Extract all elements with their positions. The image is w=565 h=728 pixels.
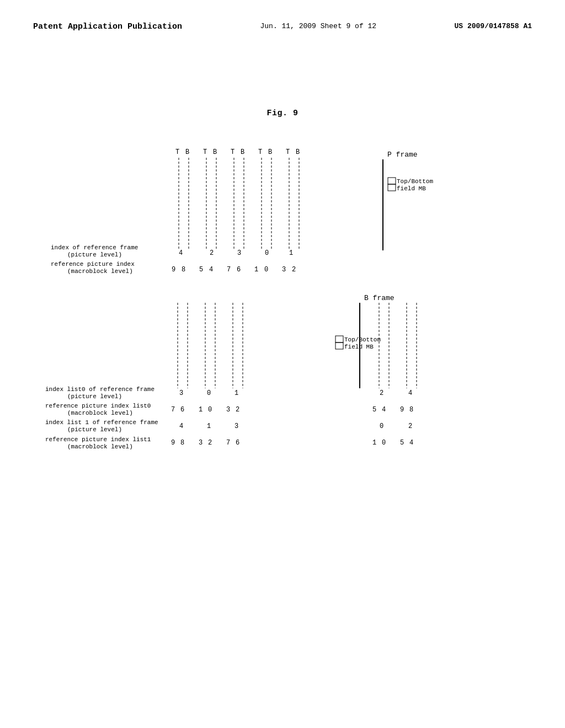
b-list1-1: 1: [207, 422, 211, 430]
p-ref-frame-label2: (picture level): [67, 251, 122, 258]
b-list1-0: 0: [380, 422, 383, 430]
b-mb-list1-3: 3: [199, 439, 202, 447]
b-list1-4: 4: [179, 422, 183, 430]
p-tb-B4: B: [268, 148, 272, 156]
p-legend-line1: Top/Bottom: [397, 178, 433, 185]
b-legend-line1: Top/Bottom: [344, 336, 381, 343]
p-legend-line2: field MB: [397, 185, 426, 192]
b-list0-4: 4: [408, 389, 412, 397]
p-tb-B1: B: [185, 148, 189, 156]
b-mb-list1-0: 0: [382, 439, 386, 447]
publication-info: Jun. 11, 2009 Sheet 9 of 12: [260, 22, 376, 30]
b-mb-list1-4: 4: [409, 439, 413, 447]
svg-rect-12: [388, 184, 396, 191]
p-ref-val-3: 3: [237, 249, 241, 257]
b-mb-list1-9: 9: [171, 439, 175, 447]
b-list1-frame-label2: (picture level): [67, 426, 122, 433]
b-mb-list0-5: 5: [372, 406, 376, 414]
b-list0-3: 3: [179, 389, 183, 397]
p-frame-label: P frame: [387, 151, 418, 159]
p-mb-1: 1: [254, 266, 258, 274]
p-mb-4: 4: [209, 266, 213, 274]
p-mb-7: 7: [227, 266, 231, 274]
b-mb-list0-7: 7: [171, 406, 175, 414]
p-macroblock-label1: reference picture index: [51, 261, 135, 267]
b-mb-list0-3: 3: [226, 406, 230, 414]
p-macroblock-label2: (macroblock level): [67, 268, 133, 275]
p-ref-val-0: 0: [265, 249, 269, 257]
p-tb-T2: T: [203, 148, 207, 156]
b-mb-list0-0: 0: [208, 406, 212, 414]
b-list1-3: 3: [234, 422, 238, 430]
b-macroblock-list1-label2: (macroblock level): [67, 443, 133, 450]
b-list0-frame-label1: index list0 of reference frame: [45, 386, 154, 393]
svg-rect-25: [335, 342, 343, 349]
b-mb-list0-1: 1: [199, 406, 202, 414]
b-list1-frame-label1: index list 1 of reference frame: [45, 419, 158, 426]
b-list0-2: 2: [380, 389, 383, 397]
b-list0-0: 0: [207, 389, 211, 397]
p-mb-9: 9: [172, 266, 175, 274]
diagram-area: P frame T B T B T B T B T B Top/B: [0, 129, 565, 537]
b-mb-list1-8: 8: [180, 439, 184, 447]
b-macroblock-list0-label1: reference picture index list0: [45, 403, 151, 409]
b-mb-list0-9: 9: [400, 406, 404, 414]
p-tb-T5: T: [286, 148, 290, 156]
p-tb-T3: T: [231, 148, 234, 156]
p-mb-0: 0: [264, 266, 268, 274]
b-frame-label: B frame: [364, 294, 395, 302]
p-ref-frame-label1: index of reference frame: [51, 244, 138, 251]
b-mb-list1-7: 7: [226, 439, 230, 447]
b-mb-list1-1: 1: [372, 439, 376, 447]
p-mb-3: 3: [282, 266, 286, 274]
p-tb-T1: T: [175, 148, 179, 156]
p-mb-6: 6: [237, 266, 241, 274]
b-list0-frame-label2: (picture level): [67, 393, 122, 400]
b-list1-2: 2: [408, 422, 412, 430]
b-list0-1: 1: [234, 389, 238, 397]
p-ref-val-4: 4: [179, 249, 183, 257]
figure-title: Fig. 9: [0, 109, 565, 118]
p-tb-B2: B: [213, 148, 217, 156]
b-mb-list0-6: 6: [180, 406, 184, 414]
b-mb-list0-4: 4: [382, 406, 386, 414]
patent-number: US 2009/0147858 A1: [455, 22, 532, 30]
svg-rect-11: [388, 178, 396, 184]
p-mb-5: 5: [199, 266, 203, 274]
b-mb-list1-6: 6: [236, 439, 239, 447]
p-mb-8: 8: [182, 266, 185, 274]
p-tb-B5: B: [296, 148, 300, 156]
b-mb-list0-8: 8: [409, 406, 413, 414]
b-mb-list1-2: 2: [208, 439, 212, 447]
b-mb-list1-5: 5: [400, 439, 404, 447]
b-macroblock-list1-label1: reference picture index list1: [45, 436, 151, 443]
p-tb-B3: B: [241, 148, 244, 156]
p-mb-2: 2: [292, 266, 296, 274]
b-legend-line2: field MB: [344, 344, 374, 350]
b-macroblock-list0-label2: (macroblock level): [67, 410, 133, 416]
svg-rect-24: [335, 336, 343, 342]
b-mb-list0-2: 2: [236, 406, 239, 414]
p-tb-T4: T: [258, 148, 262, 156]
patent-title: Patent Application Publication: [33, 22, 182, 31]
p-ref-val-1: 1: [289, 249, 293, 257]
main-diagram: P frame T B T B T B T B T B Top/B: [34, 129, 531, 537]
p-ref-val-2: 2: [210, 249, 214, 257]
